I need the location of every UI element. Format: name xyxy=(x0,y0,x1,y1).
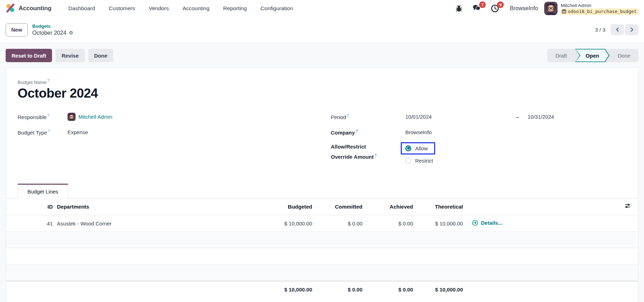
systray: 7 9 BrowseInfo Mitchell Admin xyxy=(446,2,638,15)
tab-budget-lines[interactable]: Budget Lines xyxy=(18,184,68,198)
nav-item-reporting[interactable]: Reporting xyxy=(223,5,247,12)
optional-columns-sliders-icon[interactable] xyxy=(624,203,631,209)
budget-name-label: Budget Name? xyxy=(18,78,626,85)
help-icon: ? xyxy=(374,153,377,157)
left-field-column: Responsible? Mitchell Admin Budget Type?… xyxy=(18,111,331,168)
budget-name-field[interactable]: October 2024 xyxy=(18,86,626,101)
right-field-column: Period? 10/01/2024 → 10/31/2024 Company?… xyxy=(331,111,626,168)
new-button[interactable]: New xyxy=(6,23,28,37)
app-name: Accounting xyxy=(19,5,52,12)
breadcrumb-budgets-link[interactable]: Budgets xyxy=(32,23,73,29)
activities-count-badge: 9 xyxy=(497,1,504,8)
state-done[interactable]: Done xyxy=(610,49,638,62)
cell-department[interactable]: Asustek - Wood Corner xyxy=(53,215,251,232)
column-header-theoretical: Theoretical xyxy=(413,198,463,215)
notebook-tabs: Budget Lines xyxy=(6,184,638,198)
user-name: Mitchell Admin xyxy=(561,2,638,8)
column-header-achieved: Achieved xyxy=(362,198,413,215)
details-link[interactable]: Details... xyxy=(472,220,503,226)
pager-previous-button[interactable] xyxy=(611,24,624,35)
state-stepper: Draft Open Done xyxy=(547,49,638,62)
done-button[interactable]: Done xyxy=(88,49,114,62)
messages-count-badge: 7 xyxy=(479,1,486,8)
pager-count: 3 / 3 xyxy=(595,27,605,33)
nav-item-configuration[interactable]: Configuration xyxy=(260,5,293,12)
column-header-committed: Committed xyxy=(312,198,362,215)
pager-next-button[interactable] xyxy=(625,24,638,35)
table-header-row: ID Departments Budgeted Committed Achiev… xyxy=(6,198,638,215)
radio-unselected-icon xyxy=(405,158,411,164)
total-achieved: $ 0.00 xyxy=(362,281,413,298)
allow-radio-option[interactable]: Allow xyxy=(401,142,435,155)
database-name: odoo18_bi_purchase_budget xyxy=(568,9,637,14)
cell-budgeted[interactable]: $ 10,000.00 xyxy=(251,215,312,232)
responsible-user-link[interactable]: Mitchell Admin xyxy=(78,114,112,120)
budget-type-field[interactable]: Expense xyxy=(67,129,88,135)
override-radio-group: Allow Restrict xyxy=(405,142,435,164)
form-view: Reset to Draft Revise Done Draft Open Do… xyxy=(0,43,644,302)
empty-row xyxy=(6,248,638,265)
form-sheet: Budget Name? October 2024 Responsible? M… xyxy=(6,67,638,302)
cell-achieved[interactable]: $ 0.00 xyxy=(362,215,413,232)
column-header-budgeted: Budgeted xyxy=(251,198,312,215)
nav-item-accounting[interactable]: Accounting xyxy=(182,5,210,12)
control-panel: New Budgets October 2024 ⚙ 3 / 3 xyxy=(0,17,644,43)
budget-type-label: Budget Type? xyxy=(18,129,67,136)
radio-selected-icon xyxy=(405,145,411,151)
revise-button[interactable]: Revise xyxy=(56,49,84,62)
breadcrumb: Budgets October 2024 ⚙ xyxy=(32,23,73,37)
actions-gear-icon[interactable]: ⚙ xyxy=(69,29,73,37)
period-from-field[interactable]: 10/01/2024 xyxy=(405,114,514,120)
cell-committed[interactable]: $ 0.00 xyxy=(312,215,362,232)
user-menu[interactable]: Mitchell Admin odoo18_bi_purchase_budget xyxy=(561,2,638,15)
total-committed: $ 0.00 xyxy=(312,281,362,298)
override-amount-label: Allow/Restrict Override Amount? xyxy=(331,142,405,161)
chevron-left-icon xyxy=(615,27,620,32)
nav-item-vendors[interactable]: Vendors xyxy=(149,5,169,12)
debug-bug-icon[interactable] xyxy=(455,5,463,12)
empty-row xyxy=(6,265,638,281)
table-row[interactable]: 41 Asustek - Wood Corner $ 10,000.00 $ 0… xyxy=(6,215,638,232)
total-theoretical: $ 10,000.00 xyxy=(413,281,463,298)
reset-to-draft-button[interactable]: Reset to Draft xyxy=(6,49,52,62)
help-icon: ? xyxy=(347,113,349,118)
activities-clock-icon[interactable]: 9 xyxy=(491,4,499,13)
column-header-id: ID xyxy=(6,198,53,215)
state-open-active[interactable]: Open xyxy=(575,49,610,62)
user-avatar[interactable] xyxy=(544,2,558,15)
arrow-right-icon: → xyxy=(514,113,520,120)
main-menu: Dashboard Customers Vendors Accounting R… xyxy=(69,5,293,12)
period-to-field[interactable]: 10/31/2024 xyxy=(528,114,554,120)
nav-item-dashboard[interactable]: Dashboard xyxy=(69,5,95,12)
breadcrumb-current-record: October 2024 xyxy=(32,29,66,37)
state-draft[interactable]: Draft xyxy=(547,49,575,62)
app-root: Accounting Dashboard Customers Vendors A… xyxy=(0,0,644,302)
help-icon: ? xyxy=(355,129,358,133)
company-label: Company? xyxy=(331,129,405,136)
total-budgeted: $ 10,000.00 xyxy=(251,281,312,298)
responsible-avatar[interactable] xyxy=(67,113,76,121)
nav-item-customers[interactable]: Customers xyxy=(109,5,135,12)
chevron-right-icon xyxy=(630,27,634,32)
statusbar: Reset to Draft Revise Done Draft Open Do… xyxy=(0,49,644,62)
period-label: Period? xyxy=(331,113,405,120)
top-nav: Accounting Dashboard Customers Vendors A… xyxy=(0,0,644,17)
help-icon: ? xyxy=(47,78,50,83)
company-switcher[interactable]: BrowseInfo xyxy=(510,5,538,12)
record-pager: 3 / 3 xyxy=(595,24,638,35)
help-icon: ? xyxy=(48,129,50,133)
database-icon xyxy=(562,9,566,14)
cell-theoretical[interactable]: $ 10,000.00 xyxy=(413,215,463,232)
cell-id[interactable]: 41 xyxy=(6,215,53,232)
arrow-circle-right-icon xyxy=(472,220,478,226)
empty-row xyxy=(6,232,638,248)
responsible-label: Responsible? xyxy=(18,113,67,120)
column-header-departments: Departments xyxy=(53,198,251,215)
budget-lines-table: ID Departments Budgeted Committed Achiev… xyxy=(6,198,638,298)
restrict-radio-option[interactable]: Restrict xyxy=(405,158,435,164)
messages-icon[interactable]: 7 xyxy=(472,4,481,13)
company-field[interactable]: BrowseInfo xyxy=(405,129,432,135)
database-badge: odoo18_bi_purchase_budget xyxy=(561,8,638,15)
apps-menu-button[interactable]: Accounting xyxy=(6,3,52,14)
help-icon: ? xyxy=(47,113,50,118)
